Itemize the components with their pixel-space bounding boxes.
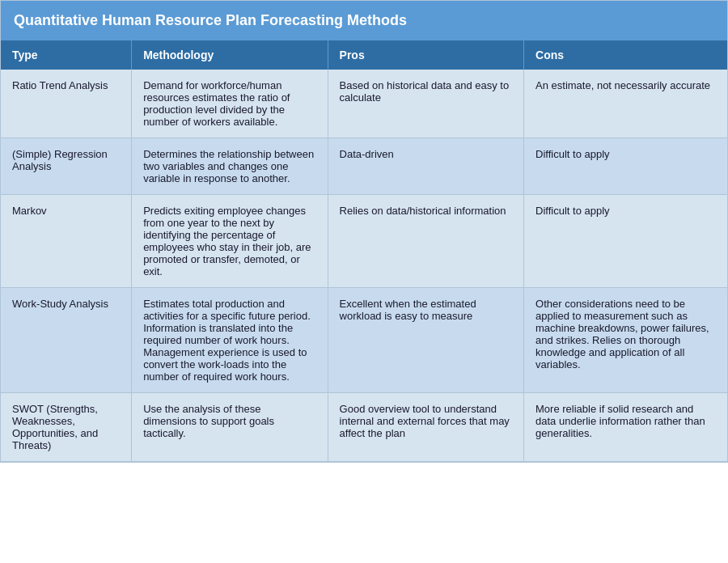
cell-cons: An estimate, not necessarily accurate	[524, 70, 727, 138]
cell-type: Work-Study Analysis	[1, 288, 132, 393]
cell-pros: Good overview tool to understand interna…	[328, 393, 523, 462]
cell-pros: Based on historical data and easy to cal…	[328, 70, 523, 138]
table-row: (Simple) Regression AnalysisDetermines t…	[1, 138, 727, 195]
cell-pros: Excellent when the estimated workload is…	[328, 288, 523, 393]
cell-methodology: Estimates total production and activitie…	[132, 288, 328, 393]
col-header-methodology: Methodology	[132, 40, 328, 70]
cell-cons: Difficult to apply	[524, 138, 727, 195]
cell-methodology: Predicts exiting employee changes from o…	[132, 195, 328, 288]
cell-methodology: Use the analysis of these dimensions to …	[132, 393, 328, 462]
table-row: MarkovPredicts exiting employee changes …	[1, 195, 727, 288]
forecast-table: Type Methodology Pros Cons Ratio Trend A…	[1, 40, 727, 462]
cell-cons: Difficult to apply	[524, 195, 727, 288]
cell-pros: Relies on data/historical information	[328, 195, 523, 288]
col-header-pros: Pros	[328, 40, 523, 70]
table-row: Ratio Trend AnalysisDemand for workforce…	[1, 70, 727, 138]
cell-pros: Data-driven	[328, 138, 523, 195]
cell-type: Ratio Trend Analysis	[1, 70, 132, 138]
main-container: Quantitative Human Resource Plan Forecas…	[0, 0, 728, 463]
col-header-cons: Cons	[524, 40, 727, 70]
table-row: Work-Study AnalysisEstimates total produ…	[1, 288, 727, 393]
cell-type: (Simple) Regression Analysis	[1, 138, 132, 195]
cell-methodology: Determines the relationship between two …	[132, 138, 328, 195]
table-title: Quantitative Human Resource Plan Forecas…	[1, 1, 727, 40]
col-header-type: Type	[1, 40, 132, 70]
cell-type: SWOT (Strengths, Weaknesses, Opportuniti…	[1, 393, 132, 462]
cell-methodology: Demand for workforce/human resources est…	[132, 70, 328, 138]
cell-type: Markov	[1, 195, 132, 288]
table-row: SWOT (Strengths, Weaknesses, Opportuniti…	[1, 393, 727, 462]
cell-cons: More reliable if solid research and data…	[524, 393, 727, 462]
cell-cons: Other considerations need to be applied …	[524, 288, 727, 393]
header-row: Type Methodology Pros Cons	[1, 40, 727, 70]
